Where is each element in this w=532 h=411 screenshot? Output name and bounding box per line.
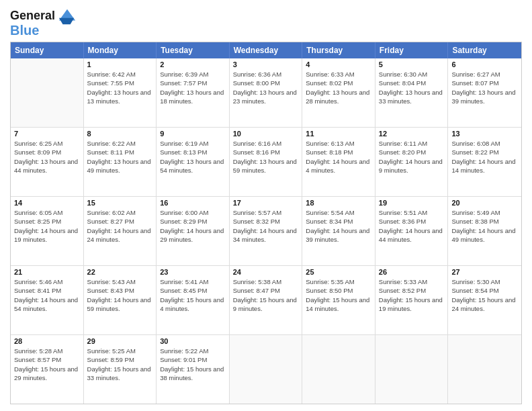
daylight-text: Daylight: 14 hours and 14 minutes. [451,157,518,175]
daylight-text: Daylight: 14 hours and 34 minutes. [233,226,299,244]
daylight-text: Daylight: 13 hours and 28 minutes. [306,88,371,106]
daylight-text: Daylight: 15 hours and 33 minutes. [87,365,153,383]
calendar-row-2: 14Sunrise: 6:05 AMSunset: 8:25 PMDayligh… [11,197,521,266]
sunset-text: Sunset: 8:16 PM [233,148,299,156]
calendar-cell-3-5: 26Sunrise: 5:33 AMSunset: 8:52 PMDayligh… [375,266,449,334]
day-number: 15 [87,199,153,207]
header-cell-thursday: Thursday [302,42,375,58]
day-number: 26 [379,268,445,276]
header-cell-monday: Monday [84,42,157,58]
day-number: 23 [160,268,226,276]
daylight-text: Daylight: 14 hours and 44 minutes. [379,226,445,244]
calendar-cell-2-3: 17Sunrise: 5:57 AMSunset: 8:32 PMDayligh… [230,197,303,265]
daylight-text: Daylight: 14 hours and 24 minutes. [87,226,153,244]
logo-blue-text: Blue [10,23,39,38]
sunrise-text: Sunrise: 6:05 AM [14,208,80,217]
daylight-text: Daylight: 15 hours and 14 minutes. [306,295,371,314]
daylight-text: Daylight: 14 hours and 19 minutes. [14,226,80,244]
sunrise-text: Sunrise: 6:13 AM [306,139,371,148]
sunrise-text: Sunrise: 6:27 AM [451,70,518,79]
calendar-cell-2-2: 16Sunrise: 6:00 AMSunset: 8:29 PMDayligh… [157,197,230,265]
daylight-text: Daylight: 15 hours and 9 minutes. [233,295,299,314]
sunset-text: Sunset: 8:11 PM [87,148,153,156]
day-number: 25 [306,268,371,276]
sunset-text: Sunset: 8:52 PM [379,286,445,295]
calendar-cell-3-4: 25Sunrise: 5:35 AMSunset: 8:50 PMDayligh… [302,266,375,334]
svg-marker-1 [59,18,74,24]
sunrise-text: Sunrise: 6:00 AM [160,208,226,217]
sunrise-text: Sunrise: 6:02 AM [87,208,153,217]
sunrise-text: Sunrise: 5:51 AM [379,208,445,217]
calendar-cell-1-1: 8Sunrise: 6:22 AMSunset: 8:11 PMDaylight… [84,128,157,196]
day-number: 12 [379,130,445,138]
sunset-text: Sunset: 8:43 PM [87,286,153,295]
header-cell-saturday: Saturday [448,42,521,58]
sunset-text: Sunset: 8:27 PM [87,217,153,226]
day-number: 8 [87,130,153,138]
sunrise-text: Sunrise: 6:25 AM [14,139,80,148]
calendar-cell-3-1: 22Sunrise: 5:43 AMSunset: 8:43 PMDayligh… [84,266,157,334]
sunrise-text: Sunrise: 6:36 AM [233,70,299,79]
calendar-cell-4-6 [448,335,521,404]
header: General Blue [10,7,522,38]
day-number: 30 [160,337,226,345]
day-number: 6 [451,60,518,68]
calendar-cell-0-0 [11,58,84,127]
header-cell-sunday: Sunday [11,42,84,58]
day-number: 21 [14,268,80,276]
calendar-cell-2-4: 18Sunrise: 5:54 AMSunset: 8:34 PMDayligh… [302,197,375,265]
sunset-text: Sunset: 8:00 PM [233,79,299,87]
daylight-text: Daylight: 14 hours and 59 minutes. [87,295,153,314]
calendar-row-4: 28Sunrise: 5:28 AMSunset: 8:57 PMDayligh… [11,335,521,404]
daylight-text: Daylight: 13 hours and 13 minutes. [87,88,153,106]
calendar-cell-3-0: 21Sunrise: 5:46 AMSunset: 8:41 PMDayligh… [11,266,84,334]
header-cell-wednesday: Wednesday [230,42,303,58]
sunrise-text: Sunrise: 6:16 AM [233,139,299,148]
daylight-text: Daylight: 13 hours and 59 minutes. [233,157,299,175]
logo-icon [58,7,77,26]
day-number: 9 [160,130,226,138]
sunset-text: Sunset: 8:02 PM [306,79,371,87]
calendar-cell-1-0: 7Sunrise: 6:25 AMSunset: 8:09 PMDaylight… [11,128,84,196]
day-number: 5 [379,60,445,68]
calendar-cell-0-3: 3Sunrise: 6:36 AMSunset: 8:00 PMDaylight… [230,58,303,127]
sunrise-text: Sunrise: 5:46 AM [14,277,80,286]
sunrise-text: Sunrise: 5:49 AM [451,208,518,217]
sunset-text: Sunset: 8:59 PM [87,355,153,364]
day-number: 24 [233,268,299,276]
daylight-text: Daylight: 13 hours and 49 minutes. [87,157,153,175]
calendar-cell-1-2: 9Sunrise: 6:19 AMSunset: 8:13 PMDaylight… [157,128,230,196]
calendar-header: SundayMondayTuesdayWednesdayThursdayFrid… [11,42,521,58]
sunrise-text: Sunrise: 5:41 AM [160,277,226,286]
calendar-cell-2-6: 20Sunrise: 5:49 AMSunset: 8:38 PMDayligh… [448,197,521,265]
sunset-text: Sunset: 8:57 PM [14,355,80,364]
daylight-text: Daylight: 14 hours and 54 minutes. [14,295,80,314]
calendar-cell-0-1: 1Sunrise: 6:42 AMSunset: 7:55 PMDaylight… [84,58,157,127]
daylight-text: Daylight: 15 hours and 4 minutes. [160,295,226,314]
sunrise-text: Sunrise: 5:33 AM [379,277,445,286]
day-number: 29 [87,337,153,345]
sunrise-text: Sunrise: 6:11 AM [379,139,445,148]
day-number: 20 [451,199,518,207]
daylight-text: Daylight: 15 hours and 38 minutes. [160,365,226,383]
day-number: 22 [87,268,153,276]
day-number: 13 [451,130,518,138]
sunrise-text: Sunrise: 5:25 AM [87,347,153,355]
sunrise-text: Sunrise: 6:22 AM [87,139,153,148]
calendar-cell-0-6: 6Sunrise: 6:27 AMSunset: 8:07 PMDaylight… [448,58,521,127]
day-number: 27 [451,268,518,276]
logo: General Blue [10,7,77,38]
sunrise-text: Sunrise: 6:39 AM [160,70,226,79]
sunset-text: Sunset: 8:45 PM [160,286,226,295]
logo-text: General [10,9,55,23]
sunset-text: Sunset: 8:20 PM [379,148,445,156]
sunset-text: Sunset: 8:54 PM [451,286,518,295]
calendar-cell-1-6: 13Sunrise: 6:08 AMSunset: 8:22 PMDayligh… [448,128,521,196]
day-number: 7 [14,130,80,138]
sunset-text: Sunset: 8:32 PM [233,217,299,226]
calendar-cell-4-5 [375,335,449,404]
daylight-text: Daylight: 15 hours and 19 minutes. [379,295,445,314]
daylight-text: Daylight: 13 hours and 18 minutes. [160,88,226,106]
day-number: 10 [233,130,299,138]
sunrise-text: Sunrise: 6:08 AM [451,139,518,148]
